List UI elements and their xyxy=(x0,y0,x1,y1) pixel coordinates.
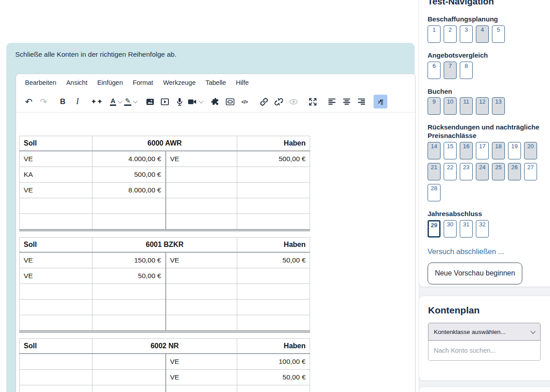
account-cell[interactable] xyxy=(20,214,92,230)
menu-bearbeiten[interactable]: Bearbeiten xyxy=(20,77,61,88)
undo-icon[interactable]: ↶ xyxy=(22,95,36,108)
account-cell[interactable] xyxy=(237,214,310,230)
preview-eye-icon[interactable] xyxy=(286,95,300,108)
account-cell[interactable] xyxy=(92,284,166,300)
account-cell[interactable]: VE xyxy=(20,183,92,198)
account-cell[interactable] xyxy=(166,300,237,315)
question-nav-button-27[interactable]: 27 xyxy=(524,163,537,180)
question-nav-button-3[interactable]: 3 xyxy=(460,25,473,43)
account-cell[interactable]: 500,00 € xyxy=(92,167,166,183)
question-nav-button-28[interactable]: 28 xyxy=(428,184,441,201)
question-nav-button-25[interactable]: 25 xyxy=(492,163,505,180)
question-nav-button-21[interactable]: 21 xyxy=(428,163,441,180)
plugin-puzzle-icon[interactable] xyxy=(208,95,222,108)
menu-werkzeuge[interactable]: Werkzeuge xyxy=(158,77,201,88)
account-cell[interactable]: VE xyxy=(166,252,237,268)
account-cell[interactable] xyxy=(20,385,92,392)
account-cell[interactable] xyxy=(237,268,310,284)
question-nav-button-1[interactable]: 1 xyxy=(428,25,441,43)
question-nav-button-9[interactable]: 9 xyxy=(428,97,441,115)
account-cell[interactable]: 50,00 € xyxy=(237,252,310,268)
account-cell[interactable]: 8.000,00 € xyxy=(92,183,166,198)
question-nav-button-15[interactable]: 15 xyxy=(444,142,457,159)
account-cell[interactable]: VE xyxy=(20,268,92,284)
record-video-icon[interactable] xyxy=(187,95,203,108)
align-center-icon[interactable] xyxy=(340,95,353,108)
redo-icon[interactable]: ↷ xyxy=(37,95,50,108)
account-cell[interactable] xyxy=(237,167,310,183)
question-nav-button-26[interactable]: 26 xyxy=(508,163,521,180)
question-nav-button-31[interactable]: 31 xyxy=(460,220,473,238)
t-account-table-6001-bzkr[interactable]: Soll6001 BZKRHabenVE150,00 €VE50,00 €VE5… xyxy=(19,237,310,333)
account-cell[interactable]: 150,00 € xyxy=(92,252,166,268)
question-nav-button-11[interactable]: 11 xyxy=(460,97,473,115)
account-cell[interactable] xyxy=(20,354,92,370)
konto-search-input[interactable] xyxy=(428,341,541,361)
source-code-icon[interactable]: </> xyxy=(238,95,252,108)
question-nav-button-4[interactable]: 4 xyxy=(476,25,489,43)
align-left-icon[interactable] xyxy=(325,95,339,108)
question-nav-button-16[interactable]: 16 xyxy=(460,142,473,159)
account-cell[interactable] xyxy=(237,198,310,214)
account-cell[interactable] xyxy=(237,284,310,300)
question-nav-button-7[interactable]: 7 xyxy=(444,62,457,79)
account-cell[interactable] xyxy=(166,167,237,183)
question-nav-button-23[interactable]: 23 xyxy=(460,163,473,180)
menu-tabelle[interactable]: Tabelle xyxy=(201,77,231,88)
kontenklasse-select[interactable]: Kontenklasse auswählen... xyxy=(428,323,541,341)
question-nav-button-13[interactable]: 13 xyxy=(492,97,505,115)
account-cell[interactable] xyxy=(237,385,310,392)
account-cell[interactable] xyxy=(20,300,92,315)
menu-format[interactable]: Format xyxy=(128,77,158,88)
link-icon[interactable] xyxy=(257,95,271,108)
question-nav-button-24[interactable]: 24 xyxy=(476,163,489,180)
account-cell[interactable]: VE xyxy=(20,252,92,268)
question-nav-button-10[interactable]: 10 xyxy=(444,97,457,115)
account-cell[interactable]: 4.000,00 € xyxy=(92,151,166,167)
italic-icon[interactable]: I xyxy=(71,95,84,108)
question-nav-button-32[interactable]: 32 xyxy=(476,220,489,238)
account-cell[interactable]: 50,00 € xyxy=(92,268,166,284)
account-cell[interactable] xyxy=(92,198,166,214)
question-nav-button-22[interactable]: 22 xyxy=(444,163,457,180)
account-cell[interactable] xyxy=(20,315,92,332)
question-nav-button-30[interactable]: 30 xyxy=(444,220,457,238)
account-cell[interactable]: VE xyxy=(20,151,92,167)
question-nav-button-18[interactable]: 18 xyxy=(492,142,505,159)
account-cell[interactable]: 50,00 € xyxy=(237,370,310,385)
account-cell[interactable] xyxy=(166,183,237,198)
insert-media-icon[interactable] xyxy=(158,95,172,108)
question-nav-button-29[interactable]: 29 xyxy=(428,220,441,238)
account-cell[interactable]: KA xyxy=(20,167,92,183)
bold-icon[interactable]: B xyxy=(56,95,70,108)
account-cell[interactable]: VE xyxy=(166,151,237,167)
question-nav-button-19[interactable]: 19 xyxy=(508,142,521,159)
embed-icon[interactable] xyxy=(223,95,237,108)
account-cell[interactable] xyxy=(166,315,237,332)
question-nav-button-2[interactable]: 2 xyxy=(444,25,457,43)
question-nav-button-8[interactable]: 8 xyxy=(460,62,473,79)
account-cell[interactable] xyxy=(92,370,166,385)
fullscreen-icon[interactable] xyxy=(306,95,319,108)
account-cell[interactable] xyxy=(20,198,92,214)
menu-einfügen[interactable]: Einfügen xyxy=(92,77,128,88)
align-right-icon[interactable] xyxy=(354,95,368,108)
account-cell[interactable] xyxy=(166,385,237,392)
finish-attempt-link[interactable]: Versuch abschließen ... xyxy=(428,247,550,256)
text-color-icon[interactable]: A xyxy=(109,95,123,108)
account-cell[interactable]: 100,00 € xyxy=(237,354,310,370)
question-nav-button-17[interactable]: 17 xyxy=(476,142,489,159)
new-preview-button[interactable]: Neue Vorschau beginnen xyxy=(428,263,522,284)
account-cell[interactable] xyxy=(166,284,237,300)
question-nav-button-6[interactable]: 6 xyxy=(428,62,441,79)
unlink-icon[interactable] xyxy=(272,95,285,108)
account-cell[interactable]: 500,00 € xyxy=(237,151,310,167)
t-account-table-6000-awr[interactable]: Soll6000 AWRHabenVE4.000,00 €VE500,00 €K… xyxy=(19,136,310,231)
account-cell[interactable] xyxy=(237,300,310,315)
account-cell[interactable] xyxy=(237,315,310,332)
editor-content[interactable]: Soll6000 AWRHabenVE4.000,00 €VE500,00 €K… xyxy=(16,113,415,392)
account-cell[interactable]: VE xyxy=(166,354,237,370)
account-cell[interactable] xyxy=(92,315,166,332)
account-cell[interactable] xyxy=(166,214,237,230)
question-nav-button-20[interactable]: 20 xyxy=(524,142,537,159)
